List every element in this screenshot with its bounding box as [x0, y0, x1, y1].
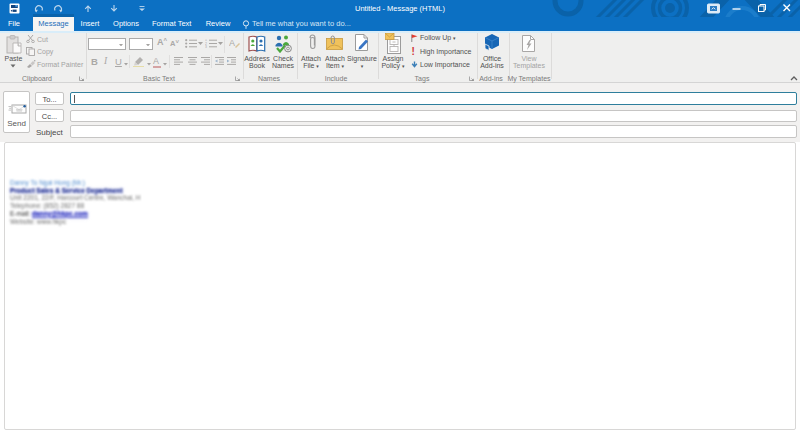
svg-text:A: A	[229, 38, 235, 48]
svg-text:3: 3	[205, 45, 207, 48]
